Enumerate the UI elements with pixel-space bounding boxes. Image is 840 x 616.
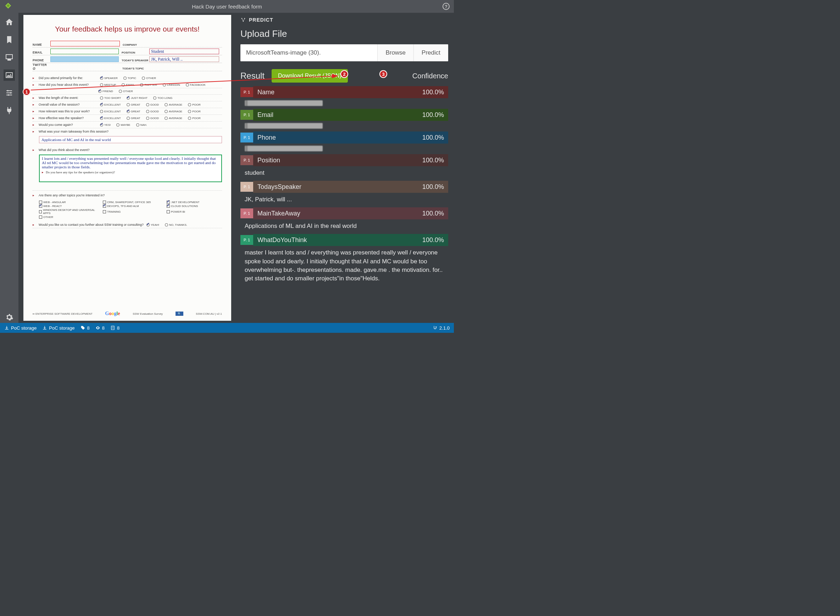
result-value: Applications of ML and AI in the real wo… — [241, 220, 448, 234]
status-version: 2.1.0 — [433, 326, 449, 331]
sidebar-monitor[interactable] — [4, 52, 15, 63]
topics-grid: WEB - ANGULAR CRM, SHAREPOINT, OFFICE 36… — [32, 201, 222, 219]
result-confidence: 100.0% — [422, 183, 444, 191]
result-title: Result — [241, 71, 264, 81]
sidebar-bookmark[interactable] — [4, 34, 15, 45]
status-storage-2[interactable]: PoC storage — [42, 326, 75, 331]
result-row[interactable]: P. 1Name100.0% — [241, 86, 448, 98]
result-page-badge: P. 1 — [241, 132, 253, 142]
upload-title: Upload File — [241, 28, 448, 40]
result-confidence: 100.0% — [422, 157, 444, 164]
result-label-bar: WhatDoYouThink100.0% — [253, 234, 448, 246]
sidebar-home[interactable] — [4, 16, 15, 28]
help-icon[interactable]: ? — [442, 3, 449, 10]
result-label-bar: Email100.0% — [253, 109, 448, 121]
callout-2: 2 — [341, 70, 348, 78]
result-row[interactable]: P. 1Email100.0% — [241, 109, 448, 121]
predict-button[interactable]: Predict — [413, 44, 448, 61]
confidence-title: Confidence — [413, 72, 448, 80]
result-field-name: Name — [257, 89, 275, 96]
result-label-bar: TodaysSpeaker100.0% — [253, 181, 448, 193]
tag-icon — [4, 2, 12, 11]
result-field-name: Phone — [257, 134, 276, 141]
result-value: master I learnt lots and / everything wa… — [241, 247, 448, 286]
result-field-name: Email — [257, 111, 273, 119]
predict-header: PREDICT — [241, 17, 448, 23]
result-field-name: MainTakeAway — [257, 210, 300, 217]
result-row[interactable]: P. 1WhatDoYouThink100.0% — [241, 234, 448, 246]
result-page-badge: P. 1 — [241, 87, 253, 97]
svg-point-0 — [7, 90, 9, 91]
sidebar-sliders[interactable] — [4, 87, 15, 98]
upload-filename-input[interactable] — [241, 44, 377, 61]
result-field-name: WhatDoYouThink — [257, 236, 307, 244]
field-phone — [50, 56, 119, 62]
form-title: Your feedback helps us improve our event… — [32, 25, 222, 33]
browse-button[interactable]: Browse — [377, 44, 413, 61]
result-value-redacted — [245, 123, 323, 129]
status-views[interactable]: 8 — [95, 326, 104, 331]
download-json-button[interactable]: Download Result (JSON) — [272, 69, 348, 82]
result-page-badge: P. 1 — [241, 208, 253, 219]
takeaway-box: Applications of MC and AI in the real wo… — [39, 136, 222, 143]
result-confidence: 100.0% — [422, 210, 444, 217]
statusbar: PoC storage PoC storage 8 8 8 2.1.0 — [0, 323, 454, 333]
upload-row: Browse Predict — [241, 44, 448, 61]
result-field-name: TodaysSpeaker — [257, 183, 301, 191]
topbar: Hack Day user feedback form ? — [0, 0, 454, 13]
result-label-bar: MainTakeAway100.0% — [253, 207, 448, 219]
field-name — [50, 41, 120, 47]
field-position: Student — [149, 48, 219, 54]
result-page-badge: P. 1 — [241, 110, 253, 120]
result-confidence: 100.0% — [422, 89, 444, 96]
result-label-bar: Position100.0% — [253, 154, 448, 166]
sidebar — [0, 13, 18, 323]
result-row[interactable]: P. 1MainTakeAway100.0% — [241, 207, 448, 219]
result-row[interactable]: P. 1Position100.0% — [241, 154, 448, 166]
svg-rect-7 — [111, 326, 114, 330]
result-field-name: Position — [257, 157, 280, 164]
sidebar-settings[interactable] — [4, 312, 15, 323]
result-page-badge: P. 1 — [241, 155, 253, 165]
result-page-badge: P. 1 — [241, 182, 253, 192]
svg-point-2 — [8, 94, 9, 96]
field-email — [50, 48, 119, 54]
result-confidence: 100.0% — [422, 134, 444, 141]
document-preview[interactable]: Your feedback helps us improve our event… — [18, 13, 235, 323]
status-assets[interactable]: 8 — [110, 326, 119, 331]
result-row[interactable]: P. 1Phone100.0% — [241, 132, 448, 144]
result-row[interactable]: P. 1TodaysSpeaker100.0% — [241, 181, 448, 193]
callout-3: 3 — [379, 70, 387, 78]
result-label-bar: Name100.0% — [253, 86, 448, 98]
result-label-bar: Phone100.0% — [253, 132, 448, 144]
result-value: student — [241, 167, 448, 181]
sidebar-image-area[interactable] — [4, 69, 15, 81]
result-confidence: 100.0% — [422, 111, 444, 119]
svg-point-1 — [10, 92, 11, 94]
result-confidence: 100.0% — [422, 236, 444, 244]
result-page-badge: P. 1 — [241, 235, 253, 245]
result-value: JK, Patrick, will ... — [241, 194, 448, 207]
field-speaker: JK, Patrick, Will .. — [149, 56, 219, 62]
document-footer: ▪▪ ENTERPRISE SOFTWARE DEVELOPMENT Googl… — [32, 311, 222, 317]
callout-1: 1 — [23, 88, 31, 96]
think-box: I learnt lots and / everything was prese… — [39, 154, 222, 182]
scanned-form: Your feedback helps us improve our event… — [23, 15, 231, 321]
status-storage-1[interactable]: PoC storage — [4, 326, 37, 331]
results-list: P. 1Name100.0%P. 1Email100.0%P. 1Phone10… — [241, 86, 448, 286]
predict-panel: PREDICT Upload File Browse Predict Resul… — [235, 13, 454, 323]
search-icon: 🔍 — [176, 312, 183, 316]
result-value-redacted — [245, 100, 323, 106]
status-tags[interactable]: 8 — [81, 326, 90, 331]
page-title: Hack Day user feedback form — [192, 4, 262, 10]
result-value-redacted — [245, 146, 323, 151]
sidebar-plug[interactable] — [4, 105, 15, 116]
